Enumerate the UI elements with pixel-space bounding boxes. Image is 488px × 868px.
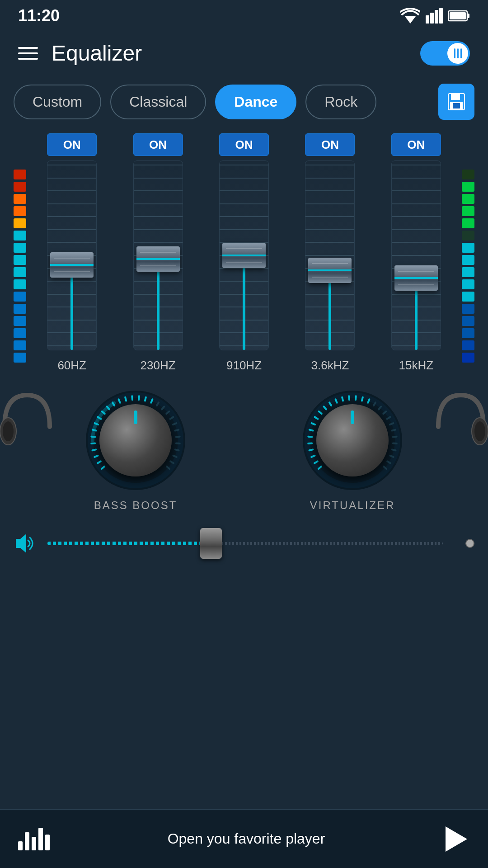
band-toggle-3k6hz[interactable]: ON [305, 133, 355, 156]
level-seg [14, 353, 26, 363]
headphone-right [434, 386, 488, 467]
level-seg [14, 218, 26, 228]
eq-band-60hz: ON [31, 133, 113, 373]
tab-rock[interactable]: Rock [305, 85, 376, 119]
svg-marker-0 [405, 16, 416, 24]
svg-rect-6 [467, 14, 469, 18]
svg-line-73 [390, 456, 393, 457]
level-seg [14, 328, 26, 338]
svg-line-63 [368, 399, 369, 402]
eq-section: ON [0, 133, 488, 373]
play-icon [446, 826, 467, 852]
thumb-body [394, 265, 438, 291]
toggle-knob [447, 43, 468, 64]
battery-icon [448, 10, 470, 22]
tab-dance[interactable]: Dance [215, 85, 296, 119]
slider-fill [243, 255, 245, 350]
save-preset-button[interactable] [438, 84, 474, 120]
player-bar: Open you favorite player [0, 809, 488, 868]
header: Equalizer [0, 32, 488, 79]
svg-point-77 [474, 421, 485, 441]
eq-band-230hz: ON [117, 133, 199, 373]
svg-rect-3 [435, 10, 438, 24]
level-seg [14, 243, 26, 253]
tab-classical[interactable]: Classical [110, 85, 206, 119]
svg-line-58 [336, 399, 337, 402]
tab-custom[interactable]: Custom [14, 85, 101, 119]
svg-rect-1 [426, 15, 429, 24]
volume-slider[interactable] [47, 530, 456, 557]
slider-thumb[interactable] [307, 257, 352, 284]
volume-unfilled-ticks [218, 542, 443, 545]
thumb-body [308, 258, 352, 283]
band-label-230hz: 230HZ [141, 359, 176, 373]
menu-button[interactable] [18, 47, 38, 60]
volume-section [0, 521, 488, 566]
band-toggle-230hz[interactable]: ON [133, 133, 183, 156]
svg-line-53 [312, 423, 315, 425]
svg-line-61 [356, 396, 356, 400]
play-button[interactable] [443, 826, 470, 853]
slider-thumb[interactable] [49, 251, 94, 278]
band-label-3k6hz: 3.6kHZ [311, 359, 349, 373]
slider-3k6hz[interactable] [305, 160, 355, 350]
virtualizer-knob[interactable] [303, 391, 402, 490]
volume-icon [14, 532, 38, 555]
virtualizer-container: VIRTUALIZER [303, 391, 402, 512]
bass-boost-container: BASS BOOST [86, 391, 185, 512]
eq-sliders: ON [31, 133, 457, 373]
band-label-15khz: 15kHZ [399, 359, 434, 373]
thumb-body [222, 243, 266, 268]
slider-60hz[interactable] [47, 160, 97, 350]
band-label-60hz: 60HZ [57, 359, 86, 373]
volume-thumb[interactable] [200, 528, 222, 559]
svg-point-13 [3, 421, 14, 441]
knobs-section: BASS BOOST VIRTUALIZER [0, 373, 488, 521]
volume-dot [465, 539, 474, 548]
slider-thumb[interactable] [136, 245, 181, 273]
bass-boost-label: BASS BOOST [94, 499, 178, 512]
thumb-body [50, 252, 94, 278]
svg-line-51 [308, 437, 312, 437]
volume-filled-ticks [47, 542, 211, 545]
signal-icon [426, 8, 443, 24]
player-title: Open you favorite player [63, 830, 429, 847]
slider-15khz[interactable] [391, 160, 441, 350]
slider-thumb[interactable] [394, 264, 439, 292]
svg-rect-11 [453, 103, 460, 108]
svg-rect-9 [451, 94, 460, 100]
level-seg [14, 231, 26, 241]
band-toggle-60hz[interactable]: ON [47, 133, 97, 156]
slider-910hz[interactable] [219, 160, 269, 350]
bass-boost-knob[interactable] [86, 391, 185, 490]
svg-line-71 [393, 443, 397, 443]
thumb-body [136, 246, 180, 272]
knob-body-virt [316, 404, 389, 476]
svg-rect-4 [439, 8, 443, 24]
level-seg [14, 206, 26, 216]
knob-indicator-v [351, 410, 354, 424]
svg-line-52 [310, 430, 313, 431]
band-toggle-15khz[interactable]: ON [391, 133, 441, 156]
header-left: Equalizer [18, 41, 142, 66]
wifi-icon [400, 8, 420, 24]
slider-230hz[interactable] [133, 160, 183, 350]
eq-band-3k6hz: ON [289, 133, 371, 373]
page-title: Equalizer [52, 41, 142, 66]
svg-line-68 [390, 423, 393, 425]
level-seg [14, 304, 26, 314]
level-seg [14, 292, 26, 302]
status-icons [400, 8, 470, 24]
level-seg [14, 255, 26, 265]
slider-thumb[interactable] [221, 242, 267, 269]
svg-line-69 [392, 430, 395, 431]
band-toggle-910hz[interactable]: ON [219, 133, 269, 156]
svg-line-72 [392, 449, 396, 450]
slider-fill [157, 259, 160, 350]
equalizer-toggle[interactable] [420, 41, 470, 66]
virtualizer-label: VIRTUALIZER [310, 499, 395, 512]
preset-tabs: Custom Classical Dance Rock [0, 79, 488, 133]
level-seg [14, 170, 26, 179]
svg-line-49 [310, 449, 313, 450]
headphone-left [0, 386, 54, 467]
